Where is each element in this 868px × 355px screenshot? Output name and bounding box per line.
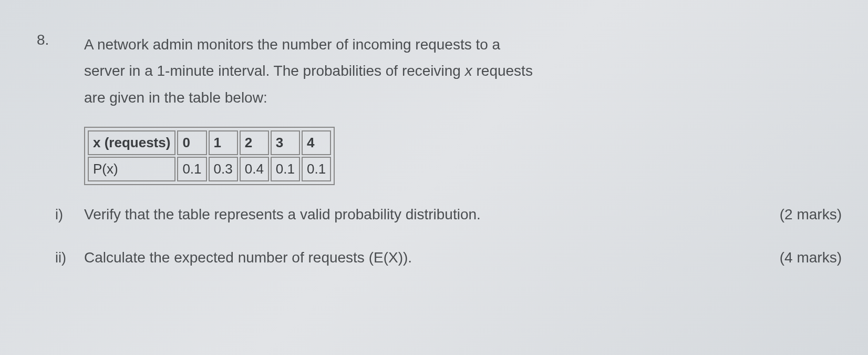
question-number: 8.: [37, 32, 58, 292]
sub-label-i: i): [55, 207, 84, 223]
px-header-cell: P(x): [88, 157, 175, 181]
intro-line-1: A network admin monitors the number of i…: [84, 36, 500, 53]
table-cell: 1: [209, 130, 238, 155]
intro-line-3: are given in the table below:: [84, 89, 267, 106]
table-cell: 0.1: [177, 157, 206, 181]
table-cell: 3: [271, 130, 300, 155]
sub-question-ii: ii) Calculate the expected number of req…: [84, 249, 831, 266]
marks-ii: (4 marks): [780, 249, 842, 266]
sub-text-i: Verify that the table represents a valid…: [84, 206, 831, 223]
question-content: A network admin monitors the number of i…: [84, 32, 831, 292]
probability-table: x (requests) 0 1 2 3 4 P(x) 0.1 0.3 0.4 …: [84, 127, 335, 185]
intro-line-2a: server in a 1-minute interval. The proba…: [84, 63, 465, 79]
table-cell: 2: [240, 130, 269, 155]
sub-label-ii: ii): [55, 250, 84, 266]
table-row: P(x) 0.1 0.3 0.4 0.1 0.1: [88, 157, 331, 181]
table-cell: 4: [302, 130, 331, 155]
table-row: x (requests) 0 1 2 3 4: [88, 130, 331, 155]
question-intro: A network admin monitors the number of i…: [84, 32, 831, 111]
x-header-text: x (requests): [93, 135, 170, 150]
intro-line-2b: requests: [472, 63, 533, 79]
table-cell: 0: [177, 130, 206, 155]
table-cell: 0.4: [240, 157, 269, 181]
sub-question-i: i) Verify that the table represents a va…: [84, 206, 831, 223]
table-cell: 0.1: [271, 157, 300, 181]
table-cell: 0.3: [209, 157, 238, 181]
table-cell: 0.1: [302, 157, 331, 181]
x-header-cell: x (requests): [88, 130, 175, 155]
italic-x: x: [465, 63, 472, 79]
sub-text-ii: Calculate the expected number of request…: [84, 249, 831, 266]
sub-questions: i) Verify that the table represents a va…: [84, 206, 831, 266]
marks-i: (2 marks): [780, 206, 842, 223]
question-block: 8. A network admin monitors the number o…: [37, 32, 831, 292]
